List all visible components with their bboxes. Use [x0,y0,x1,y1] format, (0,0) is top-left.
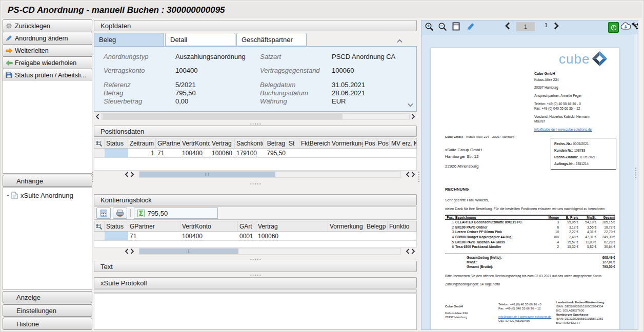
item-total: 18,72 € [596,225,615,229]
scroll-right-icon[interactable] [130,247,134,256]
scroll-right-icon[interactable] [411,247,415,256]
vertrkonto-value[interactable]: 100400 [182,150,203,157]
fit-page-icon[interactable] [452,22,460,31]
weiterleiten-button[interactable]: Weiterleiten [3,44,92,57]
sachkonto-link[interactable]: 179100 [235,149,264,157]
scroll-right-icon[interactable] [411,112,415,121]
panel-splitter[interactable] [94,182,417,185]
splitter-handle-icon[interactable] [418,171,420,183]
column-header[interactable]: Kost [412,138,417,148]
positionsdaten-section-header[interactable]: Positionsdaten [94,126,417,137]
table-settings-icon[interactable] [94,138,105,148]
text-section-header[interactable]: Text [94,261,417,272]
kopfdaten-hscrollbar[interactable] [94,113,417,120]
prev-page-icon[interactable] [505,22,510,30]
column-header[interactable]: VertrKonto [180,221,238,231]
panel-splitter[interactable] [94,122,417,126]
scroll-down-icon[interactable] [408,100,413,109]
column-header[interactable]: MV erz. [390,138,412,148]
viewer-vscrollbar[interactable] [634,34,637,329]
zoom-in-icon[interactable] [425,22,434,31]
column-header[interactable]: Status [105,221,128,231]
kontierungsblock-table-row[interactable]: 71 100400 0001 100060 [94,232,417,241]
column-header[interactable]: Vertrag [256,221,328,231]
scroll-left-icon[interactable] [406,247,410,256]
gpartner-value[interactable]: 71 [157,150,164,157]
item-vat: 4,31 € [578,230,596,234]
status-ok-icon[interactable] [608,22,619,33]
column-header[interactable]: Vertrag [210,138,235,148]
scroll-right-icon[interactable] [130,170,134,179]
column-header[interactable]: VertrKonto [180,138,210,148]
vertrkonto-link[interactable]: 100400 [180,149,210,157]
zuruecklegen-button[interactable]: Zurücklegen [3,19,92,32]
protokoll-section-header[interactable]: xSuite Protokoll [94,277,417,288]
highlighter-icon[interactable] [466,22,475,31]
scroll-right-icon[interactable] [411,170,415,179]
column-header[interactable]: FktBereich [299,138,330,148]
calculator-button[interactable] [96,208,111,219]
kontierungsblock-hscrollbar[interactable] [94,247,417,255]
status-pruefen-button[interactable]: Status prüfen / Arbeitsli... [3,69,92,81]
column-header[interactable]: Betrag [264,138,287,148]
einstellungen-section-header[interactable]: Einstellungen [3,304,92,317]
column-header[interactable]: Vormerkung [328,221,365,231]
item-vat: 5,82 € [578,245,596,248]
company-links[interactable]: info@cube.de | www.cube-solutions.de [534,127,616,132]
scroll-up-icon[interactable] [397,36,402,45]
column-header[interactable]: St [287,138,299,148]
page-number-input[interactable]: 1 [516,22,535,31]
anzeige-section-header[interactable]: Anzeige [3,291,92,303]
column-header[interactable]: Vormerkung [330,138,363,148]
vertrag-link[interactable]: 100060 [210,149,235,157]
item-qty: 3 [544,220,559,224]
column-header[interactable]: Belegp [365,221,388,231]
column-header[interactable]: Zeitraum [128,138,156,148]
item-total: 30,64 € [596,245,615,248]
positionsdaten-hscrollbar[interactable] [94,171,417,178]
splitter-handle-icon[interactable] [92,171,94,183]
tab-detail[interactable]: Detail [165,33,235,46]
kopfdaten-section-header[interactable]: Kopfdaten [94,20,417,31]
scroll-left-icon[interactable] [125,247,129,256]
tools-icon[interactable] [631,22,638,31]
anhaenge-section-header[interactable]: Anhänge [3,175,92,187]
column-header[interactable]: Sachkonto [235,138,264,148]
positionsdaten-table-row[interactable]: 1 71 100400 100060 179100 795,50 [94,149,417,158]
scroll-left-icon[interactable] [406,170,410,179]
scroll-left-icon[interactable] [95,112,99,121]
historie-section-header[interactable]: Historie [3,318,92,330]
gpartner-link[interactable]: 71 [156,149,180,157]
kontierungsblock-section-header[interactable]: Kontierungsblock [94,194,417,205]
download-icon[interactable] [620,22,631,31]
column-header[interactable]: Pos [363,138,376,148]
column-header[interactable]: GArt [238,221,256,231]
panel-splitter[interactable] [94,257,417,261]
splitter-handle-icon[interactable] [635,167,637,179]
freigabe-wiederholen-button[interactable]: Freigabe wiederholen [3,56,92,69]
anzeige-label: Anzeige [16,294,41,301]
anordnung-aendern-button[interactable]: Anordnung ändern [3,32,92,45]
zoom-out-icon[interactable] [438,22,447,31]
panel-splitter[interactable] [94,273,417,277]
column-header[interactable]: Status [105,138,128,148]
attachment-item-xsuite-anordnung[interactable]: xSuite Anordnung [3,188,92,199]
column-header[interactable]: GPartner [128,221,180,231]
tab-beleg[interactable]: Beleg [94,33,164,46]
row-selector[interactable] [94,232,105,240]
viewer-splitter[interactable] [417,20,420,330]
gpartner-cell: 71 [128,232,180,240]
scroll-left-icon[interactable] [125,170,129,179]
row-selector[interactable] [94,149,105,157]
column-header[interactable]: GPartner [156,138,180,148]
print-button[interactable] [113,208,127,219]
column-header[interactable]: Funktio [388,221,410,231]
footer-links[interactable]: info@cube.de | www.cube-solutions.de [498,315,556,319]
tab-geschaeftspartner[interactable]: Geschäftspartner [236,33,307,46]
table-settings-icon[interactable] [94,221,105,231]
vertrag-value[interactable]: 100060 [212,150,232,157]
sachkonto-value[interactable]: 179100 [236,150,257,157]
meta-label: Auftrags-Nr.: [554,162,575,165]
column-header[interactable]: Pos [376,138,390,148]
next-page-icon[interactable] [554,22,559,30]
